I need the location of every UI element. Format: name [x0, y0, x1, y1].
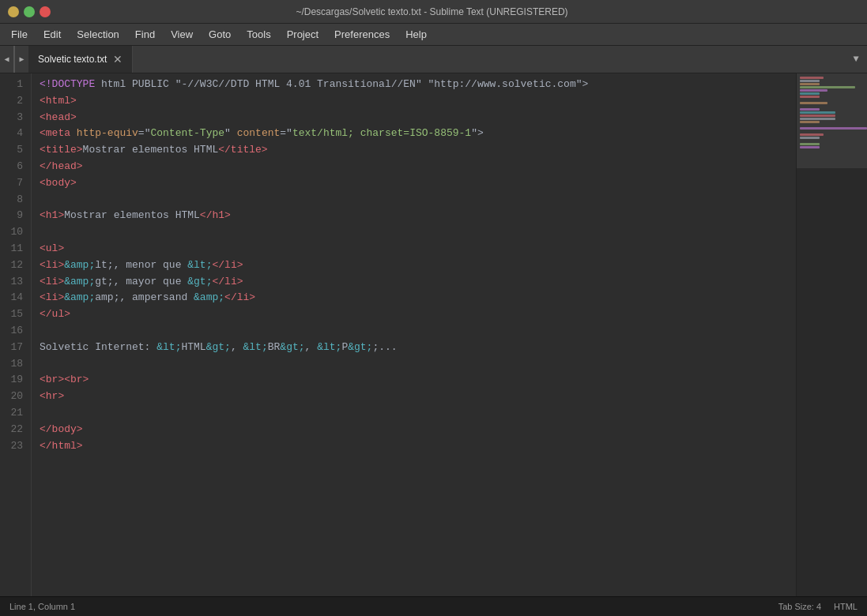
- code-line: [40, 323, 796, 340]
- token-entity: &lt;: [187, 257, 212, 274]
- line-number: 20: [0, 389, 31, 405]
- code-line: <li>&amp;amp;, ampersand &amp;</li>: [40, 290, 796, 306]
- tab-close-button[interactable]: ✕: [113, 54, 123, 65]
- line-number: 6: [0, 159, 31, 175]
- token-tag: <title>: [40, 142, 83, 159]
- token-tag: </li>: [212, 257, 243, 274]
- menu-item-view[interactable]: View: [163, 26, 201, 43]
- code-line: <br><br>: [40, 372, 796, 389]
- minimap-line: [800, 80, 820, 82]
- status-right: Tab Size: 4 HTML: [778, 602, 858, 611]
- code-line: <!DOCTYPE html PUBLIC "-//W3C//DTD HTML …: [40, 77, 796, 93]
- cursor-position: Line 1, Column 1: [9, 602, 75, 611]
- line-number: 10: [0, 224, 31, 241]
- token-tag: <body>: [40, 175, 77, 192]
- window-title: ~/Descargas/Solvetic texto.txt - Sublime…: [51, 6, 813, 17]
- line-number: 4: [0, 126, 31, 142]
- line-number: 12: [0, 257, 31, 274]
- line-number: 2: [0, 93, 31, 110]
- tab-nav-left[interactable]: ◀: [0, 46, 14, 73]
- menu-item-preferences[interactable]: Preferences: [326, 26, 398, 43]
- token-tag: </body>: [40, 422, 83, 438]
- line-number: 8: [0, 192, 31, 208]
- line-number: 19: [0, 372, 31, 389]
- token-plain: BR: [268, 340, 281, 356]
- minimap-line: [800, 111, 835, 114]
- line-number: 23: [0, 438, 31, 455]
- code-line: [40, 356, 796, 373]
- token-tag: <meta: [40, 126, 70, 142]
- menu-item-selection[interactable]: Selection: [69, 26, 126, 43]
- minimap-line: [800, 96, 820, 98]
- code-line: <h1>Mostrar elementos HTML</h1>: [40, 208, 796, 224]
- token-entity: &amp;: [194, 290, 224, 306]
- menu-item-help[interactable]: Help: [398, 26, 435, 43]
- token-entity: &gt;: [280, 340, 304, 356]
- token-plain: ">: [471, 126, 484, 142]
- window-controls[interactable]: [8, 6, 51, 17]
- token-tag: </head>: [40, 159, 83, 175]
- menu-item-edit[interactable]: Edit: [36, 26, 69, 43]
- maximize-button[interactable]: [24, 6, 35, 17]
- code-line: </head>: [40, 159, 796, 175]
- minimap-line: [800, 121, 820, 123]
- minimap-line: [800, 83, 820, 85]
- minimap-line: [800, 118, 835, 120]
- token-entity: &amp;: [64, 290, 95, 306]
- line-number: 3: [0, 110, 31, 126]
- token-tag: <ul>: [40, 241, 64, 257]
- minimap-line: [800, 89, 827, 92]
- token-attr-value: Content-Type: [150, 126, 224, 142]
- close-button[interactable]: [40, 6, 51, 17]
- token-plain: [70, 126, 77, 142]
- token-plain: =": [280, 126, 292, 142]
- token-entity: &lt;: [156, 340, 181, 356]
- code-line: [40, 192, 796, 208]
- line-number: 16: [0, 323, 31, 340]
- token-entity: &gt;: [206, 340, 231, 356]
- code-line: </ul>: [40, 306, 796, 323]
- token-plain: =": [138, 126, 151, 142]
- code-line: [40, 405, 796, 422]
- code-line: <html>: [40, 93, 796, 110]
- minimize-button[interactable]: [8, 6, 19, 17]
- token-plain: gt;, mayor que: [95, 274, 187, 291]
- menu-item-file[interactable]: File: [3, 26, 36, 43]
- tab-dropdown-button[interactable]: ▼: [845, 46, 867, 73]
- line-number: 22: [0, 422, 31, 438]
- menu-item-goto[interactable]: Goto: [201, 26, 239, 43]
- token-tag: <h1>: [40, 208, 64, 224]
- minimap-line: [800, 130, 816, 133]
- code-area[interactable]: <!DOCTYPE html PUBLIC "-//W3C//DTD HTML …: [32, 73, 796, 596]
- token-tag: </title>: [218, 142, 267, 159]
- token-tag: <head>: [40, 110, 77, 126]
- tab-nav-right[interactable]: ▶: [14, 46, 28, 73]
- line-numbers: 1234567891011121314151617181920212223: [0, 73, 32, 596]
- token-plain: HTML: [181, 340, 205, 356]
- tab-label: Solvetic texto.txt: [38, 54, 107, 65]
- minimap-line: [800, 92, 820, 95]
- code-line: <head>: [40, 110, 796, 126]
- token-attr-value: text/html; charset=ISO-8859-1: [292, 126, 471, 142]
- line-number: 1: [0, 77, 31, 93]
- token-entity: &gt;: [348, 340, 372, 356]
- menu-item-find[interactable]: Find: [127, 26, 163, 43]
- token-tag: <br>: [40, 372, 64, 389]
- code-line: <body>: [40, 175, 796, 192]
- line-number: 18: [0, 356, 31, 373]
- token-entity: &amp;: [64, 257, 95, 274]
- token-attr-name: http-equiv: [77, 126, 138, 142]
- minimap-line: [800, 140, 816, 142]
- minimap[interactable]: [796, 73, 867, 596]
- tab-solvetic[interactable]: Solvetic texto.txt ✕: [28, 46, 133, 73]
- line-number: 7: [0, 175, 31, 192]
- code-line: [40, 224, 796, 241]
- token-tag: <li>: [40, 290, 64, 306]
- token-tag: </h1>: [200, 208, 231, 224]
- menu-item-tools[interactable]: Tools: [239, 26, 278, 43]
- code-line: <title>Mostrar elementos HTML</title>: [40, 142, 796, 159]
- menu-item-project[interactable]: Project: [279, 26, 326, 43]
- token-plain: ,: [231, 340, 243, 356]
- line-number: 14: [0, 290, 31, 306]
- minimap-line: [800, 143, 820, 145]
